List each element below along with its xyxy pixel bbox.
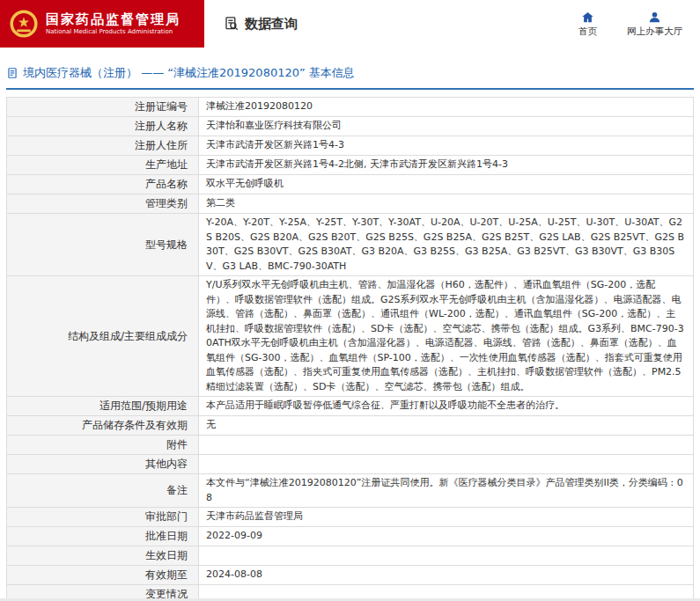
field-value: 津械注准20192080120 (199, 98, 694, 117)
agency-logo-link[interactable]: 国家药品监督管理局 National Medical Products Admi… (0, 0, 204, 48)
agency-name-en: National Medical Products Administration (46, 28, 181, 36)
data-query-icon (224, 16, 239, 32)
field-label: 生产地址 (7, 156, 199, 175)
table-row: 适用范围/预期用途 本产品适用于睡眠呼吸暂停低通气综合征、严重打鼾以及呼吸功能不… (7, 397, 694, 416)
field-value: 天津怡和嘉业医疗科技有限公司 (199, 117, 694, 136)
field-label: 型号规格 (7, 214, 199, 276)
field-value: 天津市药品监督管理局 (199, 508, 694, 527)
field-value: 2024-08-08 (199, 566, 694, 585)
table-row: 批准日期 2022-09-09 (7, 527, 694, 546)
field-value (199, 436, 694, 455)
field-label: 产品名称 (7, 175, 199, 194)
field-value: 本文件与“津械注准20192080120”注册证共同使用。新《医疗器械分类目录》… (199, 474, 694, 508)
field-label: 生效日期 (7, 546, 199, 566)
field-label: 附件 (7, 436, 199, 455)
field-value: 2022-09-09 (199, 527, 694, 546)
field-value: Y-20A、Y-20T、Y-25A、Y-25T、Y-30T、Y-30AT、U-2… (199, 214, 694, 276)
field-label: 有效期至 (7, 566, 199, 585)
field-value: 无 (199, 416, 694, 436)
top-nav: 首页 网上办事大厅 (578, 0, 700, 48)
agency-name-cn: 国家药品监督管理局 (46, 11, 181, 28)
table-row: 产品名称 双水平无创呼吸机 (7, 175, 694, 194)
field-value: 本产品适用于睡眠呼吸暂停低通气综合征、严重打鼾以及呼吸功能不全患者的治疗。 (199, 397, 694, 416)
user-icon (648, 11, 661, 24)
nav-service-label: 网上办事大厅 (627, 26, 682, 38)
national-emblem-icon (9, 9, 39, 39)
nav-home[interactable]: 首页 (578, 11, 597, 38)
top-bar: 国家药品监督管理局 National Medical Products Admi… (0, 0, 700, 48)
field-label: 适用范围/预期用途 (7, 397, 199, 416)
field-value: 双水平无创呼吸机 (199, 175, 694, 194)
field-label: 注册证编号 (7, 98, 199, 117)
data-query-tab[interactable]: 数据查询 (224, 0, 298, 48)
table-row: 结构及组成/主要组成成分 Y/U系列双水平无创呼吸机由主机、管路、加温湿化器（H… (7, 276, 694, 397)
breadcrumb: 境内医疗器械（注册） —— “津械注准20192080120” 基本信息 (6, 65, 694, 90)
table-row: 备注 本文件与“津械注准20192080120”注册证共同使用。新《医疗器械分类… (7, 474, 694, 508)
field-value (199, 546, 694, 566)
table-row: 型号规格 Y-20A、Y-20T、Y-25A、Y-25T、Y-30T、Y-30A… (7, 214, 694, 276)
table-row: 产品储存条件及有效期 无 (7, 416, 694, 436)
nav-home-label: 首页 (578, 26, 597, 38)
table-row: 附件 (7, 436, 694, 455)
table-row: 生产地址 天津市武清开发区新兴路1号4-2北侧, 天津市武清开发区新兴路1号4-… (7, 156, 694, 175)
table-row: 生效日期 (7, 546, 694, 566)
field-value: Y/U系列双水平无创呼吸机由主机、管路、加温湿化器（H60，选配件）、通讯血氧组… (199, 276, 694, 397)
field-label: 产品储存条件及有效期 (7, 416, 199, 436)
field-label: 备注 (7, 474, 199, 508)
table-row: 有效期至 2024-08-08 (7, 566, 694, 585)
field-value: 第二类 (199, 194, 694, 214)
field-value: 天津市武清开发区新兴路1号4-2北侧, 天津市武清开发区新兴路1号4-3 (199, 156, 694, 175)
field-value (199, 455, 694, 474)
document-icon (6, 67, 18, 79)
section-title: 数据查询 (245, 16, 298, 33)
table-row: 注册人名称 天津怡和嘉业医疗科技有限公司 (7, 117, 694, 136)
field-label: 结构及组成/主要组成成分 (7, 276, 199, 397)
table-row: 其他内容 (7, 455, 694, 474)
table-row: 管理类别 第二类 (7, 194, 694, 214)
nav-online-service-hall[interactable]: 网上办事大厅 (627, 11, 682, 38)
table-row: 注册证编号 津械注准20192080120 (7, 98, 694, 117)
field-label: 管理类别 (7, 194, 199, 214)
breadcrumb-text: 境内医疗器械（注册） —— “津械注准20192080120” 基本信息 (23, 65, 355, 81)
field-label: 注册人住所 (7, 136, 199, 156)
field-label: 审批部门 (7, 508, 199, 527)
field-label: 批准日期 (7, 527, 199, 546)
field-value: 天津市武清开发区新兴路1号4-3 (199, 136, 694, 156)
table-row: 审批部门 天津市药品监督管理局 (7, 508, 694, 527)
agency-name: 国家药品监督管理局 National Medical Products Admi… (46, 11, 181, 36)
field-label: 注册人名称 (7, 117, 199, 136)
registration-info-table: 注册证编号 津械注准20192080120 注册人名称 天津怡和嘉业医疗科技有限… (6, 97, 694, 601)
home-icon (581, 11, 594, 24)
table-row: 注册人住所 天津市武清开发区新兴路1号4-3 (7, 136, 694, 156)
field-label: 其他内容 (7, 455, 199, 474)
